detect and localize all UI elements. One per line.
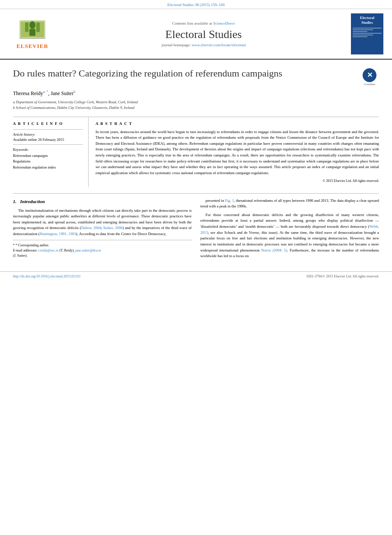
elsevier-brand-text: ELSEVIER [16,43,48,50]
svg-point-2 [29,21,35,29]
section-number: 1. [13,199,16,204]
cover-line-5 [353,35,373,35]
intro-paragraph-1: The institutionalization of mechanisms t… [13,208,192,237]
webb-link[interactable]: Webb, 2013 [201,224,379,235]
journal-homepage-line: journal homepage: www.elsevier.com/locat… [56,43,351,47]
affiliation-b: b School of Communications, Dublin City … [13,105,379,111]
cover-decorative-lines [353,27,382,38]
keywords-label: Keywords: [13,147,83,152]
huntington-link[interactable]: Huntington, 1991, 1993 [40,232,76,236]
citation-text: Electoral Studies 38 (2015) 159–169 [167,3,224,7]
cover-line-6 [353,36,367,37]
crossmark-label: CrossMark [364,83,376,86]
info-divider-1 [13,129,83,130]
body-right-column: presented in Fig. 1, thenational referen… [201,198,379,263]
body-text-columns: 1. Introduction The institutionalization… [13,198,379,267]
homepage-prefix-text: journal homepage: [162,43,191,47]
contents-text: Contents lists available at [172,21,212,25]
svg-rect-4 [25,22,29,32]
author-a-superscript: a, * [43,90,48,94]
journal-header-center: Contents lists available at ScienceDirec… [56,21,351,47]
cover-line-1 [353,28,382,29]
sciencedirect-link-line: Contents lists available at ScienceDirec… [56,21,351,25]
footnote-corresponding: * * Corresponding author. [13,243,192,248]
issn-text: 0261-3794/© 2015 Elsevier Ltd. All right… [307,274,379,278]
article-info-heading: A R T I C L E I N F O [13,121,83,126]
cover-line-2 [353,29,373,30]
abstract-section: A B S T R A C T In recent years, democra… [89,117,379,187]
crossmark-circle: ✕ [363,68,376,82]
author-b-superscript: b [73,90,75,94]
cover-line-3 [353,31,367,32]
available-online-value: Available online 26 February 2015 [13,137,83,142]
body-divider [13,193,379,194]
section-title: Introduction [20,199,45,204]
keyword-2: Regulations [13,159,83,165]
footnote-section: * * Corresponding author. E-mail address… [13,240,192,260]
copyright-text: © 2015 Elsevier Ltd. All rights reserved… [96,179,379,183]
author-sep: , Jane Suiter [48,90,73,96]
homepage-url-link[interactable]: www.elsevier.com/locate/electstud [191,43,245,47]
sciencedirect-link[interactable]: ScienceDirect [213,21,235,25]
journal-title: Electoral Studies [56,28,351,41]
svg-rect-3 [29,29,35,36]
norris-link[interactable]: Norris (2004: 5) [261,248,287,252]
bottom-bar: http://dx.doi.org/10.1016/j.electstud.20… [0,271,392,280]
right-col-paragraph-2: For those concerned about democratic def… [201,212,379,259]
journal-cover-thumbnail: ElectoralStudies [351,13,383,54]
email1-name-text: (T. Reidy), [60,248,75,252]
body-left-column: 1. Introduction The institutionalization… [13,198,192,263]
journal-header: ELSEVIER Contents lists available at Sci… [0,9,392,60]
keyword-1: Referendum campaigns [13,153,83,159]
article-history-label: Article history: [13,132,83,137]
increasingly-word: increasingly [13,214,32,218]
svg-rect-5 [36,22,40,32]
footnote-emails: E-mail addresses: t.reidy@ucc.ie (T. Rei… [13,248,192,253]
cover-journal-title: ElectoralStudies [360,16,374,25]
info-divider-2 [13,144,83,145]
elsevier-logo: ELSEVIER [9,18,56,50]
author-theresa: Theresa Reidy [13,90,43,96]
article-title-section: Do rules matter? Categorizing the regula… [13,67,379,86]
abstract-text: In recent years, democracies around the … [96,129,379,176]
article-title: Do rules matter? Categorizing the regula… [13,67,356,80]
article-main: Do rules matter? Categorizing the regula… [0,60,392,271]
cover-line-4 [353,33,382,34]
affiliations: a Department of Government, University C… [13,99,379,111]
email-label-text: E-mail addresses: [13,248,38,252]
article-info-panel: A R T I C L E I N F O Article history: A… [13,117,89,187]
keyword-3: Referendum regulation index [13,165,83,171]
fig1-link[interactable]: Fig. 1 [225,198,234,203]
introduction-heading: 1. Introduction [13,198,192,205]
article-body-columns: A R T I C L E I N F O Article history: A… [13,117,379,187]
footnote-j-suiter: (J. Suiter). [13,253,192,258]
email2-name-text: (J. Suiter). [13,254,28,258]
stoker-link[interactable]: Stoker, 2006 [103,226,123,230]
affiliation-a: a Department of Government, University C… [13,99,379,105]
crossmark-badge[interactable]: ✕ CrossMark [360,67,379,86]
email2-link[interactable]: jane.suiter@dcu.ie [75,248,101,252]
authors-line: Theresa Reidya, *, Jane Suiterb [13,90,379,97]
journal-citation-bar: Electoral Studies 38 (2015) 159–169 [0,0,392,9]
crossmark-cross-icon: ✕ [367,72,373,79]
elsevier-tree-svg [17,18,48,42]
abstract-heading: A B S T R A C T [96,121,379,126]
right-col-paragraph-1: presented in Fig. 1, thenational referen… [201,198,379,210]
doi-link[interactable]: http://dx.doi.org/10.1016/j.electstud.20… [13,274,81,278]
email1-link[interactable]: t.reidy@ucc.ie [38,248,59,252]
dalton-link[interactable]: Dalton, 2004 [81,226,101,230]
footnote-corresponding-text: * Corresponding author. [16,243,49,247]
